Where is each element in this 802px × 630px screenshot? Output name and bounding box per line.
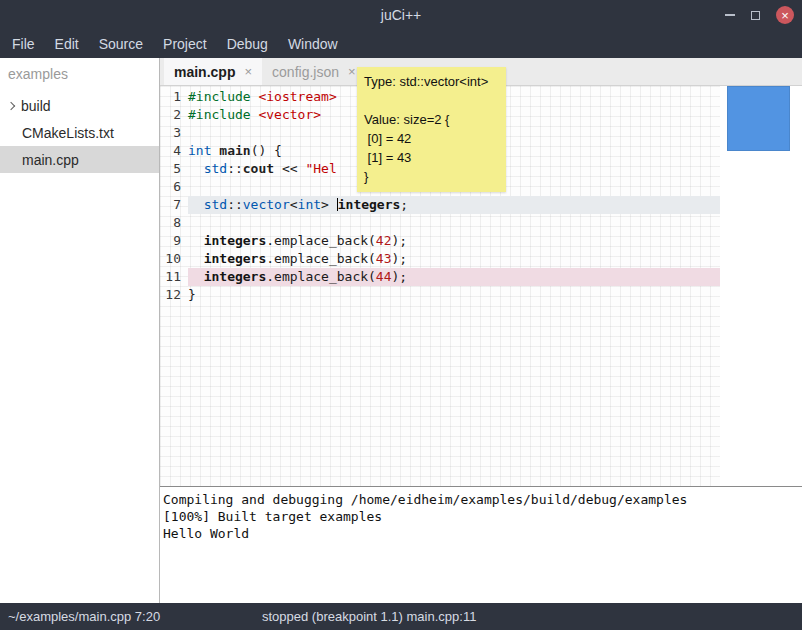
code-token: "Hel bbox=[305, 161, 336, 176]
code-token: ( bbox=[368, 269, 376, 284]
title-bar: juCi++ × bbox=[0, 0, 802, 30]
code-token: emplace_back bbox=[274, 251, 368, 266]
tree-item-label: CMakeLists.txt bbox=[22, 125, 114, 141]
line-number[interactable]: 2 bbox=[160, 106, 188, 124]
status-bar: ~/examples/main.cpp 7:20 stopped (breakp… bbox=[0, 603, 802, 630]
code-line[interactable]: integers.emplace_back(42); bbox=[188, 232, 802, 250]
tooltip-line: Type: std::vector<int> bbox=[364, 72, 499, 91]
code-token: vector bbox=[243, 197, 290, 212]
code-token: <vector> bbox=[258, 107, 321, 122]
status-debug-state: stopped (breakpoint 1.1) main.cpp:11 bbox=[262, 609, 476, 624]
tooltip-line: Value: size=2 { bbox=[364, 110, 499, 129]
code-token: () { bbox=[251, 143, 282, 158]
tab-config-json[interactable]: config.json× bbox=[262, 58, 366, 85]
code-token: int bbox=[298, 197, 321, 212]
code-token: emplace_back bbox=[274, 233, 368, 248]
line-number[interactable]: 11 bbox=[160, 268, 188, 286]
line-number[interactable]: 10 bbox=[160, 250, 188, 268]
code-token: . bbox=[266, 233, 274, 248]
line-number[interactable]: 8 bbox=[160, 214, 188, 232]
code-token bbox=[188, 269, 204, 284]
scrollbar-thumb[interactable] bbox=[727, 86, 790, 151]
code-token: integers bbox=[204, 251, 267, 266]
editor-line: 10 integers.emplace_back(43); bbox=[160, 250, 802, 268]
file-tree: buildCMakeLists.txtmain.cpp bbox=[0, 92, 159, 173]
code-token: integers bbox=[338, 197, 401, 212]
line-number[interactable]: 1 bbox=[160, 88, 188, 106]
restore-icon[interactable] bbox=[751, 11, 760, 20]
code-line[interactable]: } bbox=[188, 286, 802, 304]
line-number[interactable]: 5 bbox=[160, 160, 188, 178]
code-token: cout bbox=[243, 161, 274, 176]
line-number[interactable]: 12 bbox=[160, 286, 188, 304]
code-line[interactable]: std::vector<int> integers; bbox=[188, 196, 802, 214]
code-line[interactable]: integers.emplace_back(44); bbox=[188, 268, 802, 286]
menu-item-edit[interactable]: Edit bbox=[45, 30, 89, 58]
close-icon: × bbox=[781, 9, 789, 22]
tab-main-cpp[interactable]: main.cpp× bbox=[164, 58, 262, 85]
menu-item-debug[interactable]: Debug bbox=[217, 30, 278, 58]
code-token bbox=[188, 251, 204, 266]
window-controls: × bbox=[725, 0, 794, 30]
code-line[interactable] bbox=[188, 214, 802, 232]
menu-bar: FileEditSourceProjectDebugWindow bbox=[0, 30, 802, 58]
code-token: #include bbox=[188, 89, 251, 104]
output-console: Compiling and debugging /home/eidheim/ex… bbox=[160, 486, 802, 603]
tooltip-line bbox=[364, 91, 499, 110]
code-token: :: bbox=[227, 197, 243, 212]
line-number[interactable]: 3 bbox=[160, 124, 188, 142]
editor-line: 9 integers.emplace_back(42); bbox=[160, 232, 802, 250]
menu-item-project[interactable]: Project bbox=[153, 30, 217, 58]
code-token: ); bbox=[392, 269, 408, 284]
code-token: ); bbox=[392, 251, 408, 266]
line-number[interactable]: 6 bbox=[160, 178, 188, 196]
menu-item-source[interactable]: Source bbox=[89, 30, 153, 58]
minimize-icon[interactable] bbox=[725, 14, 735, 16]
close-icon[interactable]: × bbox=[244, 64, 252, 79]
file-browser: examples buildCMakeLists.txtmain.cpp bbox=[0, 58, 160, 603]
tooltip-line: } bbox=[364, 167, 499, 186]
code-line[interactable]: integers.emplace_back(43); bbox=[188, 250, 802, 268]
window-title: juCi++ bbox=[0, 7, 802, 23]
code-token: std bbox=[204, 197, 227, 212]
tooltip-line: [1] = 43 bbox=[364, 148, 499, 167]
sidebar-item-cmakelists-txt[interactable]: CMakeLists.txt bbox=[0, 119, 159, 146]
code-token: < bbox=[290, 197, 298, 212]
menu-item-window[interactable]: Window bbox=[278, 30, 348, 58]
code-token: . bbox=[266, 269, 274, 284]
scrollbar-track bbox=[720, 86, 802, 486]
code-token: emplace_back bbox=[274, 269, 368, 284]
code-token: #include bbox=[188, 107, 251, 122]
line-number[interactable]: 4 bbox=[160, 142, 188, 160]
console-line: Compiling and debugging /home/eidheim/ex… bbox=[163, 491, 802, 508]
chevron-right-icon bbox=[7, 101, 15, 109]
code-token: . bbox=[266, 251, 274, 266]
code-token: << bbox=[274, 161, 305, 176]
close-icon[interactable]: × bbox=[348, 64, 356, 79]
tree-item-label: build bbox=[21, 98, 51, 114]
status-file-position: ~/examples/main.cpp 7:20 bbox=[8, 609, 160, 624]
project-name: examples bbox=[0, 58, 159, 92]
editor-line: 8 bbox=[160, 214, 802, 232]
code-token: > bbox=[321, 197, 337, 212]
console-line: Hello World bbox=[163, 525, 802, 542]
tab-label: main.cpp bbox=[174, 64, 235, 80]
code-token: 43 bbox=[376, 251, 392, 266]
code-token: ( bbox=[368, 251, 376, 266]
code-token: :: bbox=[227, 161, 243, 176]
code-token: ; bbox=[400, 197, 408, 212]
code-token: ( bbox=[368, 233, 376, 248]
code-token bbox=[188, 161, 204, 176]
code-token bbox=[188, 233, 204, 248]
sidebar-item-main-cpp[interactable]: main.cpp bbox=[0, 146, 159, 173]
line-number[interactable]: 9 bbox=[160, 232, 188, 250]
tree-item-label: main.cpp bbox=[22, 152, 79, 168]
menu-item-file[interactable]: File bbox=[2, 30, 45, 58]
sidebar-item-build[interactable]: build bbox=[0, 92, 159, 119]
editor-line: 7 std::vector<int> integers; bbox=[160, 196, 802, 214]
line-number[interactable]: 7 bbox=[160, 196, 188, 214]
editor-line: 12} bbox=[160, 286, 802, 304]
code-token: main bbox=[219, 143, 250, 158]
close-window-button[interactable]: × bbox=[776, 6, 794, 24]
console-line: [100%] Built target examples bbox=[163, 508, 802, 525]
